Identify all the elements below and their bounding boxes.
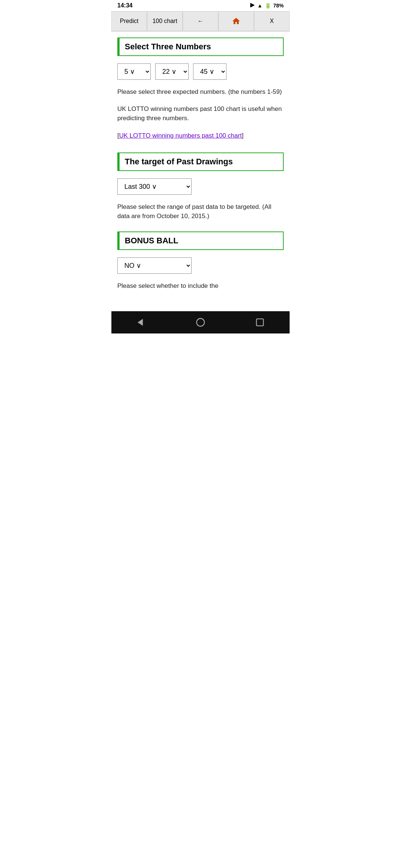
home-icon bbox=[232, 17, 241, 26]
nav-toolbar: Predict 100 chart ← X bbox=[111, 11, 290, 32]
home-button[interactable] bbox=[218, 11, 254, 31]
select-numbers-title: Select Three Numbers bbox=[125, 42, 278, 52]
main-content: Select Three Numbers 5 ∨ 1 10 15 20 22 2… bbox=[111, 32, 290, 304]
number2-select[interactable]: 22 ∨ 1 5 10 15 20 25 30 35 40 45 50 55 5… bbox=[155, 63, 189, 80]
nav-back-button[interactable] bbox=[136, 317, 146, 328]
past-drawings-desc: Please select the range of past data to … bbox=[117, 202, 284, 221]
signal-icon: ▲ bbox=[257, 3, 263, 9]
bottom-nav bbox=[111, 311, 290, 333]
chart-button[interactable]: 100 chart bbox=[147, 11, 183, 31]
close-button[interactable]: X bbox=[254, 11, 290, 31]
number3-select[interactable]: 45 ∨ 1 5 10 15 20 25 30 35 40 50 55 59 bbox=[193, 63, 226, 80]
lotto-chart-link[interactable]: UK LOTTO winning numbers past 100 chart bbox=[119, 132, 242, 139]
select-numbers-header: Select Three Numbers bbox=[117, 37, 284, 56]
back-button[interactable]: ← bbox=[183, 11, 218, 31]
circle-icon bbox=[195, 317, 206, 328]
bonus-ball-header: BONUS BALL bbox=[117, 231, 284, 250]
nav-home-button[interactable] bbox=[195, 317, 206, 328]
bonus-ball-desc: Please select whether to include the bbox=[117, 281, 284, 291]
number-dropdowns: 5 ∨ 1 10 15 20 22 25 30 35 40 45 50 55 5… bbox=[117, 63, 284, 80]
past-drawings-header: The target of Past Drawings bbox=[117, 152, 284, 171]
nav-stop-button[interactable] bbox=[255, 317, 265, 328]
number1-select[interactable]: 5 ∨ 1 10 15 20 22 25 30 35 40 45 50 55 5… bbox=[117, 63, 151, 80]
predict-button[interactable]: Predict bbox=[111, 11, 147, 31]
svg-marker-0 bbox=[138, 319, 143, 326]
status-icons: ⯈ ▲ 🔋 78% bbox=[250, 3, 284, 9]
range-select[interactable]: Last 300 ∨ Last 50 Last 100 Last 200 All bbox=[117, 178, 192, 195]
svg-point-1 bbox=[197, 319, 205, 326]
bonus-ball-title: BONUS BALL bbox=[125, 236, 278, 246]
battery-percent: 78% bbox=[273, 3, 284, 9]
status-bar: 14:34 ⯈ ▲ 🔋 78% bbox=[111, 0, 290, 11]
wifi-icon: ⯈ bbox=[250, 3, 255, 9]
number-desc-1: Please select three expected numbers. (t… bbox=[117, 87, 284, 97]
svg-rect-2 bbox=[257, 319, 264, 326]
bonus-ball-select[interactable]: NO ∨ YES bbox=[117, 257, 192, 274]
back-triangle-icon bbox=[136, 317, 146, 328]
time: 14:34 bbox=[117, 2, 133, 9]
battery-icon: 🔋 bbox=[265, 3, 271, 9]
link-container: [UK LOTTO winning numbers past 100 chart… bbox=[117, 131, 284, 141]
past-drawings-title: The target of Past Drawings bbox=[125, 157, 278, 167]
number-desc-2: UK LOTTO winning numbers past 100 chart … bbox=[117, 104, 284, 123]
stop-square-icon bbox=[255, 317, 265, 328]
